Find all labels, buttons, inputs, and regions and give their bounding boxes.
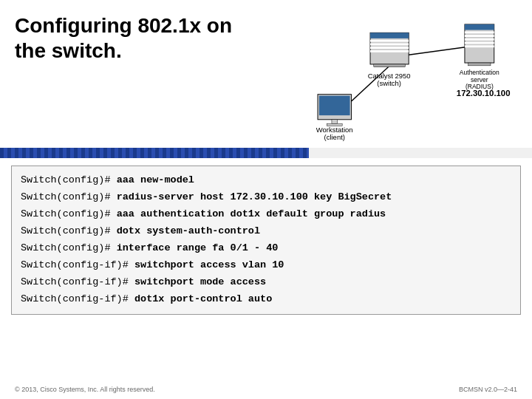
diagram-svg: Catalyst 2950 (switch) Authentication se… [251, 13, 517, 154]
footer-page: BCMSN v2.0—2-41 [459, 386, 517, 393]
title-block: Configuring 802.1x on the switch. [15, 13, 251, 63]
svg-rect-3 [370, 33, 409, 38]
code-command-7: switchport mode access [129, 276, 266, 287]
code-line-6: Switch(config-if)# switchport access vla… [21, 257, 511, 274]
svg-rect-7 [370, 50, 409, 52]
footer-copyright: © 2013, Cisco Systems, Inc. All rights r… [15, 386, 155, 393]
code-command-4: dotx system-auth-control [111, 225, 261, 236]
svg-text:(switch): (switch) [377, 79, 401, 87]
code-command-2: radius-server host 172.30.10.100 key Big… [111, 191, 392, 202]
footer: © 2013, Cisco Systems, Inc. All rights r… [0, 386, 532, 393]
code-prompt-8: Switch(config-if)# [21, 293, 129, 304]
svg-rect-23 [319, 96, 350, 116]
separator-bar [0, 148, 532, 158]
code-prompt-4: Switch(config)# [21, 225, 111, 236]
svg-rect-15 [465, 38, 494, 41]
code-command-3: aaa authentication dot1x default group r… [111, 208, 386, 219]
svg-rect-4 [370, 40, 409, 42]
code-line-1: Switch(config)# aaa new-model [21, 172, 511, 189]
title-line2: the switch. [15, 39, 122, 62]
code-line-5: Switch(config)# interface range fa 0/1 -… [21, 240, 511, 257]
code-block: Switch(config)# aaa new-model Switch(con… [11, 166, 521, 315]
svg-rect-13 [465, 31, 494, 33]
code-line-2: Switch(config)# radius-server host 172.3… [21, 189, 511, 206]
title-line1: Configuring 802.1x on [15, 14, 232, 37]
code-prompt-6: Switch(config-if)# [21, 259, 129, 270]
svg-rect-8 [374, 64, 406, 67]
svg-text:Authentication: Authentication [460, 69, 499, 76]
svg-text:172.30.10.100: 172.30.10.100 [457, 89, 511, 98]
progress-fill [0, 148, 309, 158]
network-diagram: Catalyst 2950 (switch) Authentication se… [251, 13, 517, 154]
svg-rect-17 [465, 45, 494, 47]
code-prompt-3: Switch(config)# [21, 208, 111, 219]
svg-rect-6 [370, 47, 409, 49]
svg-text:server: server [471, 76, 488, 83]
code-prompt-1: Switch(config)# [21, 174, 111, 185]
top-section: Configuring 802.1x on the switch. Cataly… [0, 0, 532, 148]
code-command-1: aaa new-model [111, 174, 194, 185]
svg-text:Workstation: Workstation [316, 126, 353, 134]
svg-rect-16 [465, 42, 494, 44]
svg-rect-12 [465, 24, 494, 30]
code-line-7: Switch(config-if)# switchport mode acces… [21, 274, 511, 291]
code-prompt-5: Switch(config)# [21, 242, 111, 253]
code-prompt-7: Switch(config-if)# [21, 276, 129, 287]
code-command-8: dot1x port-control auto [129, 293, 272, 304]
svg-text:(client): (client) [324, 133, 345, 141]
code-line-8: Switch(config-if)# dot1x port-control au… [21, 291, 511, 308]
code-command-5: interface range fa 0/1 - 40 [111, 242, 279, 253]
code-command-6: switchport access vlan 10 [129, 259, 284, 270]
code-prompt-2: Switch(config)# [21, 191, 111, 202]
code-line-3: Switch(config)# aaa authentication dot1x… [21, 206, 511, 223]
code-line-4: Switch(config)# dotx system-auth-control [21, 223, 511, 240]
svg-rect-5 [370, 44, 409, 46]
svg-rect-14 [465, 35, 494, 37]
slide-title: Configuring 802.1x on the switch. [15, 13, 251, 63]
svg-rect-24 [332, 120, 338, 124]
svg-rect-18 [468, 63, 491, 66]
svg-text:Catalyst 2950: Catalyst 2950 [368, 72, 411, 80]
